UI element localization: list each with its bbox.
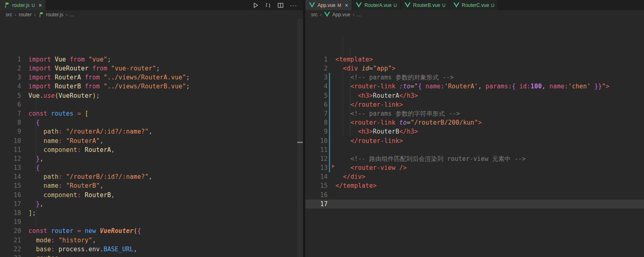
code-line[interactable]: 1<template> <box>305 55 644 64</box>
breadcrumb-item[interactable]: router <box>19 12 31 18</box>
line-number[interactable]: 3 <box>305 73 328 82</box>
code-line[interactable]: 7 <!-- params 参数的字符串形式 --> <box>305 109 644 118</box>
line-number[interactable]: 5 <box>0 91 21 100</box>
line-number[interactable]: 14 <box>305 172 328 181</box>
breadcrumb-item[interactable]: ... <box>70 12 74 18</box>
line-number[interactable]: 6 <box>305 100 328 109</box>
line-number[interactable]: 12 <box>0 154 21 163</box>
code-line[interactable]: 6 <box>0 100 303 109</box>
code-line[interactable]: 6 </router-link> <box>305 100 644 109</box>
line-number[interactable]: 1 <box>0 55 21 64</box>
line-number[interactable]: 7 <box>0 109 21 118</box>
tab-router-js[interactable]: router.js U × <box>0 0 46 10</box>
split-editor-button[interactable] <box>278 3 283 8</box>
breadcrumb-item[interactable]: App.vue <box>332 12 350 18</box>
line-number[interactable]: 18 <box>0 209 21 217</box>
code-line[interactable]: 11 component: RouterA, <box>0 145 303 154</box>
code-line[interactable]: 16 component: RouterB, <box>0 191 303 200</box>
code-line[interactable]: 16 <box>305 191 644 200</box>
code-line[interactable]: 12 }, <box>0 154 303 163</box>
line-number[interactable]: 2 <box>305 64 328 73</box>
code-line[interactable]: 14 </div> <box>305 172 644 181</box>
line-number[interactable]: 8 <box>0 118 21 127</box>
code-line[interactable]: 3 <!-- params 参数的对象形式 --> <box>305 73 644 82</box>
code-line[interactable]: 5Vue.use(VueRouter); <box>0 91 303 100</box>
line-number[interactable]: 19 <box>0 217 21 226</box>
breadcrumb-item[interactable]: src <box>6 12 12 18</box>
tab-app-vue[interactable]: App.vueM× <box>305 0 352 10</box>
line-number[interactable]: 14 <box>0 172 21 181</box>
more-actions-button[interactable]: ··· <box>290 2 297 8</box>
code-line[interactable]: 22 base: process.env.BASE_URL, <box>0 245 303 254</box>
line-number[interactable]: 10 <box>0 136 21 145</box>
line-number[interactable]: 15 <box>0 181 21 190</box>
close-icon[interactable]: × <box>345 2 348 8</box>
code-line[interactable]: 23 routes, <box>0 254 303 257</box>
line-number[interactable]: 3 <box>0 73 21 82</box>
breadcrumb-item[interactable]: src <box>311 12 318 18</box>
line-number[interactable]: 2 <box>0 64 21 73</box>
code-line[interactable]: 15 name: "RouterB", <box>0 181 303 190</box>
code-line[interactable]: 9 <h3>RouterB</h3> <box>305 127 644 136</box>
line-number[interactable]: 21 <box>0 236 21 245</box>
line-number[interactable]: 10 <box>305 136 328 145</box>
line-number[interactable]: 23 <box>0 254 21 257</box>
line-number[interactable]: 1 <box>305 55 328 64</box>
code-line[interactable]: 7const routes = [ <box>0 109 303 118</box>
close-icon[interactable]: × <box>39 2 42 8</box>
run-or-debug-button[interactable] <box>265 2 271 8</box>
line-number[interactable]: 16 <box>305 191 328 200</box>
code-line[interactable]: 1import Vue from "vue"; <box>0 55 303 64</box>
code-line[interactable]: 9 path: "/routerA/:id?/:name?", <box>0 127 303 136</box>
code-line[interactable]: 4import RouterB from "../views/RouterB.v… <box>0 82 303 91</box>
line-number[interactable]: 7 <box>305 109 328 118</box>
code-line[interactable]: 12 <!-- 路由组件匹配到后会渲染到 router-view 元素中 --> <box>305 154 644 163</box>
code-line[interactable]: 8 { <box>0 118 303 127</box>
tab-routera-vue[interactable]: RouterA.vueU <box>352 0 401 10</box>
code-line[interactable]: 17 }, <box>0 200 303 209</box>
line-number[interactable]: 9 <box>305 127 328 136</box>
line-number[interactable]: 13 <box>305 163 328 172</box>
code-line[interactable]: 20const router = new VueRouter({ <box>0 226 303 235</box>
code-line[interactable]: 15</template> <box>305 181 644 190</box>
code-line[interactable]: 2 <div id="app"> <box>305 64 644 73</box>
code-line[interactable]: 21 mode: "history", <box>0 236 303 245</box>
code-line[interactable]: 14 path: "/routerB/:id?/:name?", <box>0 172 303 181</box>
breadcrumb-item[interactable]: ... <box>357 12 361 18</box>
code-line[interactable]: 19 <box>0 217 303 226</box>
line-number[interactable]: 11 <box>305 145 328 154</box>
code-line[interactable]: 3import RouterA from "../views/RouterA.v… <box>0 73 303 82</box>
code-line[interactable]: 5 <h3>RouterA</h3> <box>305 91 644 100</box>
code-editor-router-js[interactable]: 1import Vue from "vue";2import VueRouter… <box>0 19 303 257</box>
line-number[interactable]: 17 <box>0 200 21 209</box>
tab-routerc-vue[interactable]: RouterC.vueU <box>450 0 498 10</box>
code-line[interactable]: 17 <box>305 200 644 209</box>
code-line[interactable]: 10 name: "RouterA", <box>0 136 303 145</box>
breadcrumb-item[interactable]: router.js <box>46 12 63 18</box>
line-number[interactable]: 13 <box>0 163 21 172</box>
line-number[interactable]: 12 <box>305 154 328 163</box>
line-number[interactable]: 17 <box>305 200 328 209</box>
line-number[interactable]: 4 <box>0 82 21 91</box>
code-line[interactable]: 11 <box>305 145 644 154</box>
line-number[interactable]: 6 <box>0 100 21 109</box>
line-number[interactable]: 11 <box>0 145 21 154</box>
line-number[interactable]: 8 <box>305 118 328 127</box>
code-line[interactable]: 18]; <box>0 209 303 217</box>
line-number[interactable]: 22 <box>0 245 21 254</box>
code-line[interactable]: 13 { <box>0 163 303 172</box>
line-number[interactable]: 16 <box>0 191 21 200</box>
run-code-button[interactable] <box>253 2 259 8</box>
scrollbar[interactable] <box>297 19 303 257</box>
code-line[interactable]: 13 <router-view /> <box>305 163 644 172</box>
line-number[interactable]: 4 <box>305 82 328 91</box>
line-number[interactable]: 15 <box>305 181 328 190</box>
line-number[interactable]: 20 <box>0 226 21 235</box>
tab-routerb-vue[interactable]: RouterB.vueU <box>401 0 450 10</box>
code-line[interactable]: 4 <router-link :to="{ name:'RouterA', pa… <box>305 82 644 91</box>
code-line[interactable]: 8 <router-link to="/routerB/200/kun"> <box>305 118 644 127</box>
line-number[interactable]: 9 <box>0 127 21 136</box>
code-line[interactable]: 2import VueRouter from "vue-router"; <box>0 64 303 73</box>
line-number[interactable]: 5 <box>305 91 328 100</box>
code-editor-app-vue[interactable]: 1<template>2 <div id="app">3 <!-- params… <box>305 19 644 257</box>
